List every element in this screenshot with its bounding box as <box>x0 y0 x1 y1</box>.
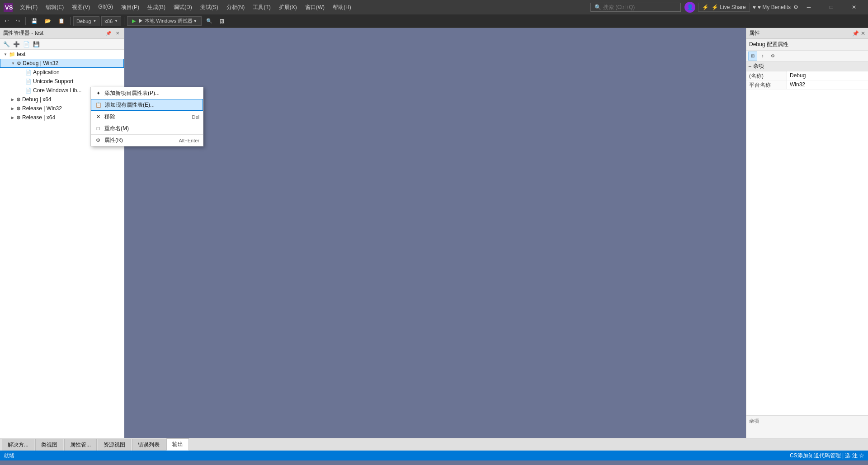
image-btn[interactable]: 🖼 <box>217 18 227 25</box>
menu-help[interactable]: 帮助(H) <box>329 2 355 13</box>
benefits-button[interactable]: ♥ ♥ My Benefits <box>753 4 791 10</box>
menu-edit[interactable]: 编辑(E) <box>42 2 67 13</box>
ctx-add-new[interactable]: ✦ 添加新项目属性表(P)... <box>91 87 203 99</box>
add-existing-icon: 📋 <box>95 102 102 108</box>
tab-property-manager[interactable]: 属性管... <box>64 439 97 451</box>
menu-build[interactable]: 生成(B) <box>144 2 169 13</box>
pin-icon[interactable]: 📌 <box>105 30 112 37</box>
props-footer: 杂项 <box>746 415 868 438</box>
menu-window[interactable]: 窗口(W) <box>302 2 328 13</box>
debug-config-arrow: ▼ <box>93 19 96 23</box>
menu-tools[interactable]: 工具(T) <box>249 2 274 13</box>
close-props-icon[interactable]: ✕ <box>861 30 865 37</box>
ctx-rename[interactable]: □ 重命名(M) <box>91 122 203 134</box>
prop-row-platform[interactable]: 平台名称 Win32 <box>746 80 868 89</box>
editor-area <box>124 28 746 438</box>
rename-icon: □ <box>94 126 102 131</box>
panel-title: 属性管理器 - test <box>3 29 43 37</box>
pin-props-icon[interactable]: 📌 <box>852 30 859 37</box>
start-debugger-label: ▶ 本地 Windows 调试器 ▾ <box>138 18 197 24</box>
menu-project[interactable]: 项目(P) <box>118 2 143 13</box>
bottom-tabs: 解决方... 类视图 属性管... 资源视图 错误列表 输出 <box>0 438 868 451</box>
ctx-properties-shortcut: Alt+Enter <box>179 138 199 143</box>
props-settings-btn[interactable]: ⚙ <box>768 52 777 61</box>
save-btn[interactable]: 💾 <box>28 17 40 25</box>
menu-test[interactable]: 测试(S) <box>197 2 222 13</box>
tree-item-application[interactable]: 📄 Application <box>0 68 124 77</box>
close-button[interactable]: ✕ <box>844 0 864 14</box>
ctx-properties-label: 属性(R) <box>104 136 176 144</box>
window-controls: ─ □ ✕ <box>798 0 864 14</box>
debug-win32-arrow: ▼ <box>9 61 17 66</box>
toolbar-sep-2 <box>70 17 71 25</box>
property-manager-panel: 属性管理器 - test 📌 ✕ 🔧 ➕ 📄 💾 ▼ 📁 test ▼ <box>0 28 124 438</box>
menu-analyze[interactable]: 分析(N) <box>223 2 249 13</box>
new-prop-icon[interactable]: 📄 <box>22 40 31 49</box>
status-text: 就绪 <box>4 452 14 460</box>
search-toolbar-btn[interactable]: 🔍 <box>203 17 215 25</box>
undo-btn[interactable]: ↩ <box>2 17 11 25</box>
ctx-remove[interactable]: ✕ 移除 Del <box>91 111 203 122</box>
debug-x64-label: Debug | x64 <box>22 96 52 103</box>
wrench-icon[interactable]: 🔧 <box>2 40 11 49</box>
rel-win32-icon: ⚙ <box>16 106 21 112</box>
rel-win32-arrow: ▶ <box>9 107 16 111</box>
status-bar: 就绪 CS添加知道代码管理 | 选 注 ☆ <box>0 451 868 460</box>
tree-item-debug-win32[interactable]: ▼ ⚙ Debug | Win32 <box>0 59 124 68</box>
main-container: 属性管理器 - test 📌 ✕ 🔧 ➕ 📄 💾 ▼ 📁 test ▼ <box>0 28 868 438</box>
misc-section: − 杂项 <box>746 61 868 71</box>
add-prop-icon[interactable]: ➕ <box>12 40 21 49</box>
maximize-button[interactable]: □ <box>821 0 842 14</box>
props-sort-btn[interactable]: ↕ <box>758 52 767 61</box>
debug-win32-label: Debug | Win32 <box>23 60 58 66</box>
minus-icon: − <box>748 63 751 70</box>
menu-extensions[interactable]: 扩展(X) <box>275 2 301 13</box>
add-new-icon: ✦ <box>94 90 102 96</box>
tree-item-unicode[interactable]: 📄 Unicode Support <box>0 77 124 86</box>
tab-solution[interactable]: 解决方... <box>2 439 34 451</box>
user-avatar[interactable]: 👤 <box>684 2 695 13</box>
ctx-add-existing[interactable]: 📋 添加现有属性表(E)... <box>91 99 203 111</box>
tree-root-test[interactable]: ▼ 📁 test <box>0 50 124 59</box>
tab-resource-view[interactable]: 资源视图 <box>98 439 131 451</box>
start-debugger-btn[interactable]: ▶ ▶ 本地 Windows 调试器 ▾ <box>127 16 202 26</box>
debug-config-label: Debug <box>76 19 91 24</box>
save-prop-icon[interactable]: 💾 <box>32 40 41 49</box>
context-menu: ✦ 添加新项目属性表(P)... 📋 添加现有属性表(E)... ✕ 移除 De… <box>90 87 203 146</box>
panel-toolbar: 🔧 ➕ 📄 💾 <box>0 39 124 50</box>
menu-file[interactable]: 文件(F) <box>16 2 41 13</box>
menu-git[interactable]: Git(G) <box>94 2 117 13</box>
title-bar-right: 👤 ⚡ ⚡ Live Share ♥ ♥ My Benefits ⚙ <box>684 2 798 13</box>
panel-close-icon[interactable]: ✕ <box>114 30 121 37</box>
search-input[interactable] <box>603 4 675 10</box>
redo-btn[interactable]: ↪ <box>13 17 23 25</box>
toolbar-sep-1 <box>25 17 26 25</box>
live-share-button[interactable]: ⚡ ⚡ Live Share <box>698 3 750 12</box>
menu-debug[interactable]: 调试(D) <box>170 2 196 13</box>
tab-class-view[interactable]: 类视图 <box>35 439 63 451</box>
nav-btn[interactable]: 📂 <box>42 17 54 25</box>
benefits-icon: ♥ <box>753 4 756 10</box>
props-grid-btn[interactable]: ⊞ <box>748 52 757 61</box>
config-label: Debug 配置属性 <box>746 39 868 51</box>
nav-btn2[interactable]: 📋 <box>56 17 67 25</box>
toolbar: ↩ ↪ 💾 📂 📋 Debug ▼ x86 ▼ ▶ ▶ 本地 Windows 调… <box>0 14 868 28</box>
app-label: Application <box>33 69 60 75</box>
unicode-icon: 📄 <box>25 79 32 85</box>
play-icon: ▶ <box>132 18 136 24</box>
search-box[interactable]: 🔍 <box>590 3 681 12</box>
debug-config-dropdown[interactable]: Debug ▼ <box>73 16 99 26</box>
platform-label: x86 <box>104 19 113 24</box>
live-share-label: ⚡ Live Share <box>712 4 746 10</box>
prop-row-name[interactable]: (名称) Debug <box>746 71 868 80</box>
ctx-add-existing-label: 添加现有属性表(E)... <box>105 101 196 109</box>
ctx-properties[interactable]: ⚙ 属性(R) Alt+Enter <box>91 134 203 146</box>
tab-error-list[interactable]: 错误列表 <box>132 439 165 451</box>
platform-dropdown[interactable]: x86 ▼ <box>101 16 121 26</box>
minimize-button[interactable]: ─ <box>798 0 819 14</box>
footer-label: 杂项 <box>749 418 759 423</box>
tab-output[interactable]: 输出 <box>166 438 189 451</box>
settings-icon[interactable]: ⚙ <box>793 4 798 10</box>
remove-icon: ✕ <box>94 114 102 120</box>
menu-view[interactable]: 视图(V) <box>68 2 94 13</box>
